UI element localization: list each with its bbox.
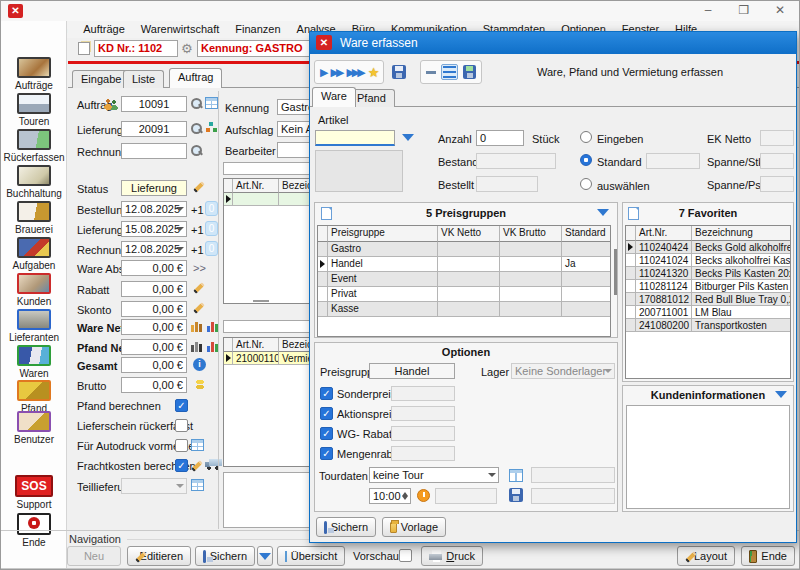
clock-icon[interactable] [417, 489, 430, 502]
preisgruppe-row-event[interactable]: Event [318, 272, 610, 287]
edit-status-icon[interactable] [193, 180, 206, 193]
ware-netto-stats-icon[interactable] [190, 320, 204, 332]
skonto-field[interactable]: 0,00 € [121, 301, 187, 317]
position-table[interactable]: Art.Nr. Bezeich [223, 178, 313, 304]
sidebar-item-benutzer[interactable]: Benutzer [1, 434, 67, 445]
bestellung-badge[interactable]: 0 [205, 201, 218, 216]
favorite-icon[interactable]: ★ [368, 66, 380, 79]
deposit-icon[interactable] [17, 380, 51, 401]
pfand-col-artnr[interactable]: Art.Nr. [233, 338, 279, 352]
fav-col-artnr[interactable]: Art.Nr. [636, 226, 692, 241]
preisgruppe-row-gastro[interactable]: Gastro [318, 242, 610, 257]
expand-icon[interactable]: >> [193, 262, 206, 275]
splitter-handle[interactable] [253, 300, 269, 302]
pfand-netto-stats-icon[interactable] [190, 340, 204, 352]
dialog-titlebar[interactable]: ✕ Ware erfassen [310, 32, 796, 54]
tab-liste[interactable]: Liste [123, 70, 164, 88]
save-toolbar-icon[interactable] [392, 65, 406, 79]
minimal-view-icon[interactable] [426, 71, 436, 74]
layout-button[interactable]: Layout [677, 546, 735, 566]
dialog-tab-ware[interactable]: Ware [312, 87, 356, 107]
autodruck-table-icon[interactable] [191, 439, 204, 451]
preisgruppe-row-handel[interactable]: HandelJa [318, 257, 610, 272]
tour-time-spinner[interactable]: 10:00 [369, 488, 411, 504]
opt-lager-select[interactable]: Keine Sonderlager [511, 363, 615, 379]
preisgruppe-row-kasse[interactable]: Kasse [318, 302, 610, 317]
tab-auftrag[interactable]: Auftrag [169, 68, 222, 88]
sonderpreis-checkbox[interactable]: ✓ [320, 387, 333, 400]
status-dots-icon[interactable] [205, 121, 218, 134]
ende-button[interactable]: Ende [741, 546, 795, 566]
dialog-vorlage-button[interactable]: Vorlage [382, 517, 446, 537]
edit-skonto-icon[interactable] [193, 301, 206, 314]
favorit-row-200711001[interactable]: 200711001LM Blau [626, 306, 790, 319]
preisgruppen-collapse-icon[interactable] [597, 209, 609, 216]
menu-warenwirtschaft[interactable]: Warenwirtschaft [133, 21, 227, 38]
pg-col-standard[interactable]: Standard [562, 226, 610, 242]
ledger-icon[interactable] [17, 165, 51, 186]
vorschau-checkbox[interactable] [399, 549, 412, 562]
search-order-icon[interactable] [190, 97, 203, 110]
sidebar-item-support[interactable]: Support [1, 499, 67, 510]
fav-col-bezeichnung[interactable]: Bezeichnung [692, 226, 790, 241]
maximize-button[interactable]: ❒ [731, 4, 757, 18]
edit-rabatt-icon[interactable] [193, 281, 206, 294]
autodruck-checkbox[interactable] [175, 439, 188, 452]
pfand-berechnen-checkbox[interactable]: ✓ [175, 399, 188, 412]
neu-button[interactable]: Neu [67, 546, 121, 566]
favorit-row-241080200[interactable]: 241080200Transportkosten [626, 319, 790, 332]
aufschlag-field[interactable]: Kein A [277, 121, 313, 137]
sidebar-item-buchhaltung[interactable]: Buchhaltung [1, 188, 67, 199]
support-icon[interactable]: SOS [15, 475, 53, 497]
truck-icon[interactable] [17, 93, 51, 114]
wg-rabatt-checkbox[interactable]: ✓ [320, 427, 333, 440]
gear-icon[interactable]: ⚙ [181, 42, 193, 56]
frachtkosten-checkbox[interactable]: ✓ [175, 459, 188, 472]
sidebar-item-lieferanten[interactable]: Lieferanten [1, 332, 67, 343]
orders-icon[interactable] [17, 57, 51, 78]
radio-eingeben[interactable] [580, 131, 592, 143]
favorit-row-110241024[interactable]: 110241024Becks alkoholfrei Kasten 24 [626, 254, 790, 267]
favorit-row-110240424[interactable]: 110240424Becks Gold alkoholfrei Kasten [626, 241, 790, 254]
rechnung-nr-field[interactable] [121, 143, 187, 159]
last-record-icon[interactable]: ▶▶▶ [346, 65, 362, 79]
favorit-row-110241320[interactable]: 110241320Becks Pils Kasten 20x0,5l [626, 267, 790, 280]
rechnungsdatum-plus-one[interactable]: +1 [191, 244, 204, 257]
status-field[interactable]: Lieferung [121, 180, 187, 196]
tools-icon[interactable] [17, 237, 51, 258]
dialog-sichern-button[interactable]: Sichern [316, 517, 376, 537]
notes-box[interactable] [223, 472, 313, 528]
lieferdatum-badge[interactable]: 0 [205, 221, 218, 236]
editieren-button[interactable]: Editieren [127, 546, 191, 566]
bestellung-plus-one[interactable]: +1 [191, 204, 204, 217]
rechnungsdatum-field[interactable]: 12.08.2025 [121, 241, 187, 257]
tab-eingabe[interactable]: Eingabe [72, 70, 130, 88]
artikel-input[interactable] [315, 130, 395, 146]
tour-select[interactable]: keine Tour [369, 467, 499, 483]
sichern-button[interactable]: Sichern [195, 546, 255, 566]
user-lock-icon[interactable] [17, 411, 51, 432]
next-record-icon[interactable]: ▶ [320, 65, 325, 79]
sidebar-item-waren[interactable]: Waren [1, 368, 67, 379]
lieferdatum-field[interactable]: 15.08.2025 [121, 221, 187, 237]
sidebar-item-rueckerfassen[interactable]: Rückerfassen [1, 152, 67, 163]
pfand-table[interactable]: Art.Nr. Bezeich 21000110 Vermietu [223, 337, 313, 467]
aktionspreis-checkbox[interactable]: ✓ [320, 407, 333, 420]
minimize-button[interactable]: – [695, 4, 721, 18]
position-input[interactable] [223, 162, 313, 175]
mengenrabatt-checkbox[interactable]: ✓ [320, 447, 333, 460]
preisgruppen-scrollbar[interactable] [614, 249, 617, 295]
favorit-row-110281124[interactable]: 110281124Bitburger Pils Kasten 24x0,33 [626, 280, 790, 293]
teillieferung-select[interactable] [121, 478, 187, 494]
truck-icon[interactable] [205, 459, 222, 470]
sidebar-item-brauerei[interactable]: Brauerei [1, 224, 67, 235]
preisgruppe-row-privat[interactable]: Privat [318, 287, 610, 302]
close-button[interactable]: ✕ [767, 4, 793, 18]
info-icon[interactable]: i [193, 358, 206, 371]
menu-auftraege[interactable]: Aufträge [75, 21, 133, 38]
fast-forward-icon[interactable]: ▶▶ [330, 65, 341, 79]
radio-auswaehlen[interactable] [580, 178, 592, 190]
brewery-icon[interactable] [17, 201, 51, 222]
lieferdatum-plus-one[interactable]: +1 [191, 224, 204, 237]
power-icon[interactable] [17, 513, 51, 535]
